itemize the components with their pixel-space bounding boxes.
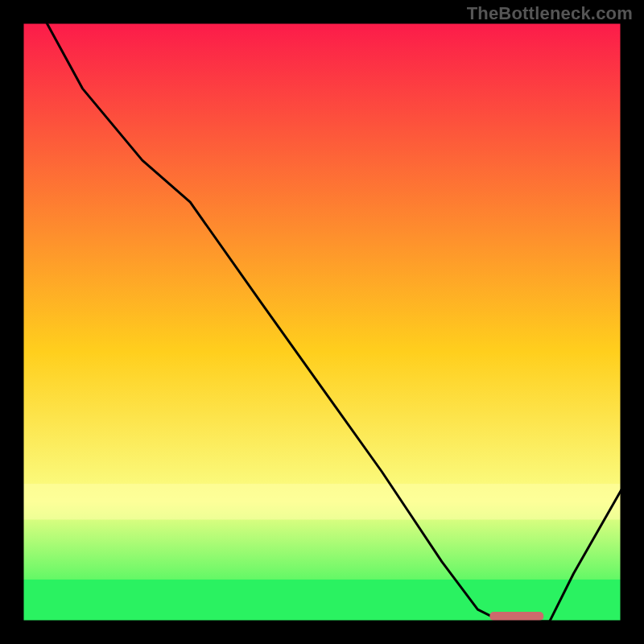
optimal-range-marker xyxy=(489,612,543,621)
bottleneck-chart xyxy=(0,0,644,644)
watermark-text: TheBottleneck.com xyxy=(467,3,633,24)
svg-rect-1 xyxy=(489,612,543,621)
chart-gradient-bg xyxy=(23,23,621,621)
soft-band-yellow xyxy=(23,484,621,520)
chart-container: TheBottleneck.com xyxy=(0,0,644,644)
